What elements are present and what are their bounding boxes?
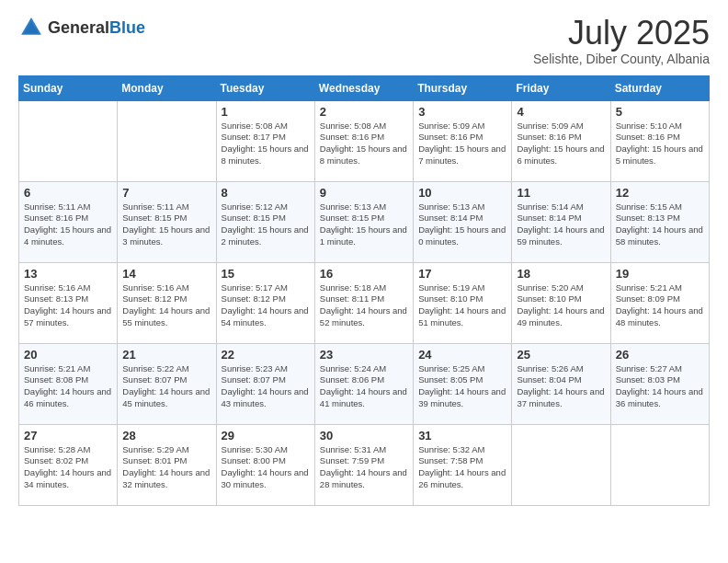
day-info: Sunrise: 5:09 AM Sunset: 8:16 PM Dayligh…: [517, 121, 605, 167]
day-number: 10: [418, 186, 506, 200]
day-number: 12: [616, 186, 704, 200]
day-info: Sunrise: 5:26 AM Sunset: 8:04 PM Dayligh…: [517, 363, 605, 410]
calendar-cell: 17Sunrise: 5:19 AM Sunset: 8:10 PM Dayli…: [414, 262, 512, 343]
day-number: 19: [616, 267, 704, 281]
logo-general: General: [48, 18, 109, 37]
calendar-cell: 7Sunrise: 5:11 AM Sunset: 8:15 PM Daylig…: [118, 181, 216, 262]
calendar-cell: 1Sunrise: 5:08 AM Sunset: 8:17 PM Daylig…: [216, 100, 314, 181]
day-info: Sunrise: 5:08 AM Sunset: 8:16 PM Dayligh…: [320, 121, 408, 167]
calendar-week-row: 1Sunrise: 5:08 AM Sunset: 8:17 PM Daylig…: [19, 100, 710, 181]
day-number: 11: [517, 186, 605, 200]
day-info: Sunrise: 5:21 AM Sunset: 8:08 PM Dayligh…: [24, 363, 112, 410]
day-number: 21: [122, 348, 210, 362]
day-info: Sunrise: 5:32 AM Sunset: 7:58 PM Dayligh…: [418, 444, 506, 491]
day-info: Sunrise: 5:13 AM Sunset: 8:14 PM Dayligh…: [418, 201, 506, 248]
calendar-cell: 29Sunrise: 5:30 AM Sunset: 8:00 PM Dayli…: [216, 424, 314, 505]
calendar-cell: 26Sunrise: 5:27 AM Sunset: 8:03 PM Dayli…: [610, 343, 709, 424]
day-number: 30: [320, 429, 408, 442]
column-header-saturday: Saturday: [610, 75, 709, 100]
calendar-table: SundayMondayTuesdayWednesdayThursdayFrid…: [18, 75, 710, 506]
day-number: 3: [418, 105, 506, 119]
day-number: 25: [517, 348, 605, 362]
day-number: 16: [320, 267, 408, 281]
day-number: 20: [24, 348, 112, 362]
calendar-cell: 16Sunrise: 5:18 AM Sunset: 8:11 PM Dayli…: [314, 262, 413, 343]
calendar-cell: 27Sunrise: 5:28 AM Sunset: 8:02 PM Dayli…: [19, 424, 118, 505]
logo: GeneralBlue: [18, 15, 145, 40]
day-info: Sunrise: 5:11 AM Sunset: 8:16 PM Dayligh…: [24, 201, 112, 248]
calendar-week-row: 27Sunrise: 5:28 AM Sunset: 8:02 PM Dayli…: [19, 424, 710, 505]
day-number: 4: [517, 105, 605, 119]
calendar-cell: 18Sunrise: 5:20 AM Sunset: 8:10 PM Dayli…: [512, 262, 610, 343]
calendar-cell: 14Sunrise: 5:16 AM Sunset: 8:12 PM Dayli…: [118, 262, 216, 343]
day-info: Sunrise: 5:17 AM Sunset: 8:12 PM Dayligh…: [222, 282, 310, 329]
month-year-title: July 2025: [533, 15, 710, 52]
day-info: Sunrise: 5:23 AM Sunset: 8:07 PM Dayligh…: [222, 363, 310, 410]
day-number: 5: [616, 105, 704, 119]
day-number: 8: [222, 186, 310, 200]
calendar-cell: 2Sunrise: 5:08 AM Sunset: 8:16 PM Daylig…: [314, 100, 413, 181]
calendar-cell: 30Sunrise: 5:31 AM Sunset: 7:59 PM Dayli…: [314, 424, 413, 505]
day-info: Sunrise: 5:19 AM Sunset: 8:10 PM Dayligh…: [418, 282, 506, 329]
day-number: 13: [24, 267, 112, 281]
calendar-cell: 25Sunrise: 5:26 AM Sunset: 8:04 PM Dayli…: [512, 343, 610, 424]
calendar-cell: 21Sunrise: 5:22 AM Sunset: 8:07 PM Dayli…: [118, 343, 216, 424]
day-info: Sunrise: 5:22 AM Sunset: 8:07 PM Dayligh…: [122, 363, 210, 410]
calendar-week-row: 6Sunrise: 5:11 AM Sunset: 8:16 PM Daylig…: [19, 181, 710, 262]
day-info: Sunrise: 5:11 AM Sunset: 8:15 PM Dayligh…: [122, 201, 210, 248]
day-number: 14: [122, 267, 210, 281]
calendar-cell: 19Sunrise: 5:21 AM Sunset: 8:09 PM Dayli…: [610, 262, 709, 343]
calendar-cell: 12Sunrise: 5:15 AM Sunset: 8:13 PM Dayli…: [610, 181, 709, 262]
column-header-thursday: Thursday: [414, 75, 512, 100]
calendar-cell: [118, 100, 216, 181]
day-info: Sunrise: 5:18 AM Sunset: 8:11 PM Dayligh…: [320, 282, 408, 329]
column-header-sunday: Sunday: [19, 75, 118, 100]
day-info: Sunrise: 5:20 AM Sunset: 8:10 PM Dayligh…: [517, 282, 605, 329]
calendar-week-row: 13Sunrise: 5:16 AM Sunset: 8:13 PM Dayli…: [19, 262, 710, 343]
title-block: July 2025 Selishte, Diber County, Albani…: [533, 15, 710, 66]
calendar-cell: 28Sunrise: 5:29 AM Sunset: 8:01 PM Dayli…: [118, 424, 216, 505]
calendar-cell: 24Sunrise: 5:25 AM Sunset: 8:05 PM Dayli…: [414, 343, 512, 424]
calendar-cell: 22Sunrise: 5:23 AM Sunset: 8:07 PM Dayli…: [216, 343, 314, 424]
day-info: Sunrise: 5:08 AM Sunset: 8:17 PM Dayligh…: [222, 121, 310, 167]
day-info: Sunrise: 5:21 AM Sunset: 8:09 PM Dayligh…: [616, 282, 704, 329]
day-info: Sunrise: 5:10 AM Sunset: 8:16 PM Dayligh…: [616, 121, 704, 167]
day-number: 31: [418, 429, 506, 442]
day-info: Sunrise: 5:09 AM Sunset: 8:16 PM Dayligh…: [418, 121, 506, 167]
calendar-cell: 4Sunrise: 5:09 AM Sunset: 8:16 PM Daylig…: [512, 100, 610, 181]
column-header-friday: Friday: [512, 75, 610, 100]
day-number: 28: [122, 429, 210, 442]
column-header-wednesday: Wednesday: [314, 75, 413, 100]
day-number: 17: [418, 267, 506, 281]
day-info: Sunrise: 5:31 AM Sunset: 7:59 PM Dayligh…: [320, 444, 408, 491]
calendar-cell: [19, 100, 118, 181]
day-info: Sunrise: 5:16 AM Sunset: 8:12 PM Dayligh…: [122, 282, 210, 329]
calendar-cell: 8Sunrise: 5:12 AM Sunset: 8:15 PM Daylig…: [216, 181, 314, 262]
logo-blue: Blue: [109, 18, 145, 37]
day-number: 26: [616, 348, 704, 362]
column-header-tuesday: Tuesday: [216, 75, 314, 100]
day-info: Sunrise: 5:29 AM Sunset: 8:01 PM Dayligh…: [122, 444, 210, 491]
calendar-cell: 11Sunrise: 5:14 AM Sunset: 8:14 PM Dayli…: [512, 181, 610, 262]
calendar-cell: 20Sunrise: 5:21 AM Sunset: 8:08 PM Dayli…: [19, 343, 118, 424]
day-info: Sunrise: 5:25 AM Sunset: 8:05 PM Dayligh…: [418, 363, 506, 410]
day-info: Sunrise: 5:15 AM Sunset: 8:13 PM Dayligh…: [616, 201, 704, 248]
day-number: 27: [24, 429, 112, 442]
day-info: Sunrise: 5:16 AM Sunset: 8:13 PM Dayligh…: [24, 282, 112, 329]
calendar-cell: 23Sunrise: 5:24 AM Sunset: 8:06 PM Dayli…: [314, 343, 413, 424]
logo-icon: [18, 15, 44, 40]
calendar-cell: 3Sunrise: 5:09 AM Sunset: 8:16 PM Daylig…: [414, 100, 512, 181]
day-number: 15: [222, 267, 310, 281]
day-info: Sunrise: 5:24 AM Sunset: 8:06 PM Dayligh…: [320, 363, 408, 410]
calendar-week-row: 20Sunrise: 5:21 AM Sunset: 8:08 PM Dayli…: [19, 343, 710, 424]
day-info: Sunrise: 5:27 AM Sunset: 8:03 PM Dayligh…: [616, 363, 704, 410]
day-number: 9: [320, 186, 408, 200]
day-info: Sunrise: 5:12 AM Sunset: 8:15 PM Dayligh…: [222, 201, 310, 248]
location-subtitle: Selishte, Diber County, Albania: [533, 52, 710, 66]
calendar-cell: 31Sunrise: 5:32 AM Sunset: 7:58 PM Dayli…: [414, 424, 512, 505]
calendar-cell: 6Sunrise: 5:11 AM Sunset: 8:16 PM Daylig…: [19, 181, 118, 262]
day-number: 2: [320, 105, 408, 119]
column-header-monday: Monday: [118, 75, 216, 100]
day-number: 24: [418, 348, 506, 362]
day-number: 29: [222, 429, 310, 442]
